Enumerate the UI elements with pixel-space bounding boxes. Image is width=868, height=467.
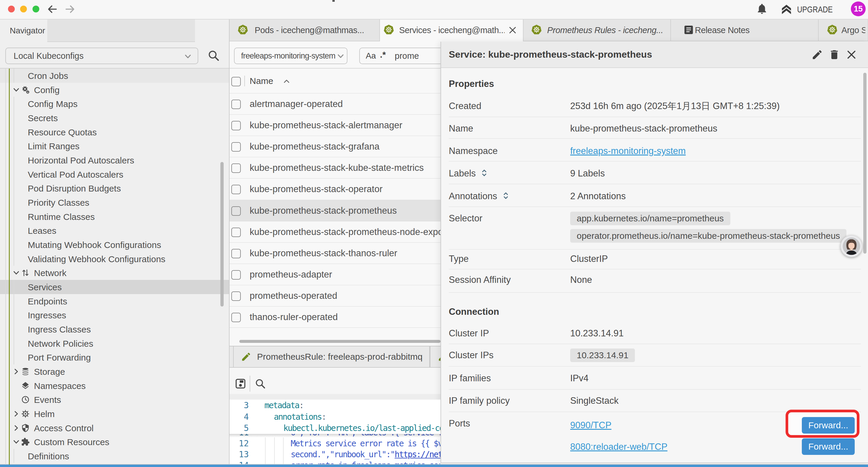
- chevron-down-icon[interactable]: [12, 438, 20, 446]
- namespace-link[interactable]: freeleaps-monitoring-system: [570, 145, 686, 157]
- sidebar-item-access-control[interactable]: Access Control: [0, 421, 229, 435]
- column-header-name[interactable]: Name: [250, 68, 273, 93]
- back-icon[interactable]: [46, 3, 58, 15]
- sort-ascending-icon[interactable]: [282, 77, 291, 86]
- avatar[interactable]: [840, 235, 862, 257]
- tab-label: Services - icecheng@math...: [399, 20, 505, 41]
- delete-icon[interactable]: [829, 49, 840, 61]
- table-horizontal-scrollbar[interactable]: [239, 340, 440, 343]
- sidebar-item-label: Network Policies: [28, 337, 93, 351]
- drawer-row-separator: [449, 117, 861, 117]
- sidebar-item-label: Leases: [28, 224, 56, 238]
- sidebar-search-icon[interactable]: [207, 49, 220, 62]
- port-link[interactable]: 8080:reloader-web/TCP: [570, 441, 668, 453]
- sidebar-item-label: Cron Jobs: [28, 68, 68, 83]
- yaml-editor[interactable]: 3metadata:4annotations:5kubectl.kubernet…: [229, 400, 440, 465]
- row-checkbox[interactable]: [231, 270, 241, 280]
- sidebar-scrollbar[interactable]: [220, 162, 224, 307]
- sidebar-item-horizontal-pod-autoscalers[interactable]: Horizontal Pod Autoscalers: [0, 153, 229, 167]
- service-name-cell: thanos-ruler-operated: [250, 307, 338, 328]
- code-link[interactable]: https://net: [395, 449, 440, 459]
- bell-icon[interactable]: [756, 3, 768, 15]
- sidebar-item-ingress-classes[interactable]: Ingress Classes: [0, 322, 229, 337]
- drawer-scrollbar[interactable]: [863, 73, 867, 254]
- table-search-input[interactable]: Aa .* prome: [359, 48, 445, 64]
- cluster-ip-chip: 10.233.14.91: [570, 348, 635, 362]
- kubeconfig-select[interactable]: Local Kubeconfigs: [5, 48, 198, 64]
- tab-argo-se[interactable]: Argo Se: [819, 20, 868, 41]
- close-window-button[interactable]: [8, 6, 15, 12]
- sidebar-item-helm[interactable]: Helm: [0, 407, 229, 421]
- sidebar-item-definitions[interactable]: Definitions: [0, 449, 229, 463]
- sidebar-item-config[interactable]: Config: [0, 83, 229, 97]
- sort-icon[interactable]: [480, 169, 489, 177]
- sidebar-item-priority-classes[interactable]: Priority Classes: [0, 195, 229, 209]
- sidebar-item-pod-disruption-budgets[interactable]: Pod Disruption Budgets: [0, 181, 229, 195]
- sidebar-item-validating-webhook-configurations[interactable]: Validating Webhook Configurations: [0, 252, 229, 266]
- row-checkbox[interactable]: [231, 206, 241, 216]
- sidebar-item-services[interactable]: Services: [0, 280, 229, 294]
- forward-icon[interactable]: [64, 3, 76, 15]
- sidebar-item-events[interactable]: Events: [0, 392, 229, 407]
- match-case-icon[interactable]: Aa: [366, 48, 376, 63]
- zoom-window-button[interactable]: [32, 6, 39, 12]
- minimize-window-button[interactable]: [20, 6, 27, 12]
- sidebar-item-cron-jobs[interactable]: Cron Jobs: [0, 68, 229, 83]
- sidebar-item-resource-quotas[interactable]: Resource Quotas: [0, 125, 229, 139]
- drawer-bottom-border: [441, 463, 868, 463]
- notification-badge[interactable]: 15: [851, 1, 866, 16]
- chevron-down-icon[interactable]: [12, 86, 20, 94]
- chevron-right-icon[interactable]: [12, 368, 20, 376]
- sidebar-item-namespaces[interactable]: Namespaces: [0, 379, 229, 393]
- editor-search-icon[interactable]: [254, 378, 266, 389]
- sidebar-item-ingresses[interactable]: Ingresses: [0, 308, 229, 322]
- helm-icon: [21, 409, 30, 418]
- row-checkbox[interactable]: [231, 99, 241, 109]
- sidebar-item-label: Ingresses: [28, 308, 66, 322]
- tab-close-icon[interactable]: [508, 25, 517, 35]
- drawer-row-value: IPv4: [570, 372, 589, 384]
- row-checkbox[interactable]: [231, 142, 241, 152]
- sidebar-item-runtime-classes[interactable]: Runtime Classes: [0, 209, 229, 224]
- chevron-down-icon[interactable]: [12, 269, 20, 277]
- row-checkbox[interactable]: [231, 121, 241, 130]
- regex-icon[interactable]: .*: [380, 47, 386, 62]
- sidebar-item-secrets[interactable]: Secrets: [0, 111, 229, 125]
- row-checkbox[interactable]: [231, 249, 241, 258]
- sidebar-item-limit-ranges[interactable]: Limit Ranges: [0, 139, 229, 153]
- sidebar-item-network-policies[interactable]: Network Policies: [0, 337, 229, 351]
- sidebar-item-label: Horizontal Pod Autoscalers: [28, 153, 134, 167]
- select-all-checkbox[interactable]: [231, 77, 241, 86]
- tab-release-notes[interactable]: Release Notes: [671, 20, 819, 41]
- dock-tab-prometheusrule-freeleaps-prod-rabbitmq[interactable]: PrometheusRule: freeleaps-prod-rabbitmq: [233, 346, 430, 367]
- row-checkbox[interactable]: [231, 185, 241, 194]
- forward-button[interactable]: Forward...: [802, 438, 855, 455]
- row-checkbox[interactable]: [231, 164, 241, 173]
- forward-button[interactable]: Forward...: [802, 417, 855, 434]
- edit-icon[interactable]: [811, 49, 823, 61]
- sidebar-item-vertical-pod-autoscalers[interactable]: Vertical Pod Autoscalers: [0, 167, 229, 181]
- sort-icon[interactable]: [501, 191, 510, 200]
- tab-pods-icecheng-mathmas[interactable]: Pods - icecheng@mathmas...: [229, 20, 380, 41]
- drawer-row-value: 9 Labels: [570, 168, 605, 179]
- sidebar-item-endpoints[interactable]: Endpoints: [0, 294, 229, 308]
- chevron-right-icon[interactable]: [12, 410, 20, 418]
- namespace-select[interactable]: freeleaps-monitoring-system: [234, 48, 347, 64]
- sidebar-item-leases[interactable]: Leases: [0, 224, 229, 238]
- sidebar-item-custom-resources[interactable]: Custom Resources: [0, 435, 229, 449]
- tab-services-icecheng-math[interactable]: Services - icecheng@math...: [380, 20, 524, 41]
- save-icon[interactable]: [234, 377, 247, 390]
- tab-prometheus-rules-icecheng[interactable]: Prometheus Rules - icecheng...: [524, 20, 671, 41]
- row-checkbox[interactable]: [231, 228, 241, 237]
- sidebar-item-mutating-webhook-configurations[interactable]: Mutating Webhook Configurations: [0, 238, 229, 252]
- drawer-row-label: Type: [449, 253, 469, 265]
- chevron-right-icon[interactable]: [12, 424, 20, 432]
- port-link[interactable]: 9090/TCP: [570, 419, 612, 431]
- sidebar-item-storage[interactable]: Storage: [0, 364, 229, 379]
- row-checkbox[interactable]: [231, 291, 241, 301]
- close-icon[interactable]: [845, 49, 857, 61]
- sidebar-item-port-forwarding[interactable]: Port Forwarding: [0, 350, 229, 364]
- row-checkbox[interactable]: [231, 313, 241, 322]
- sidebar-item-config-maps[interactable]: Config Maps: [0, 97, 229, 111]
- sidebar-item-network[interactable]: Network: [0, 266, 229, 280]
